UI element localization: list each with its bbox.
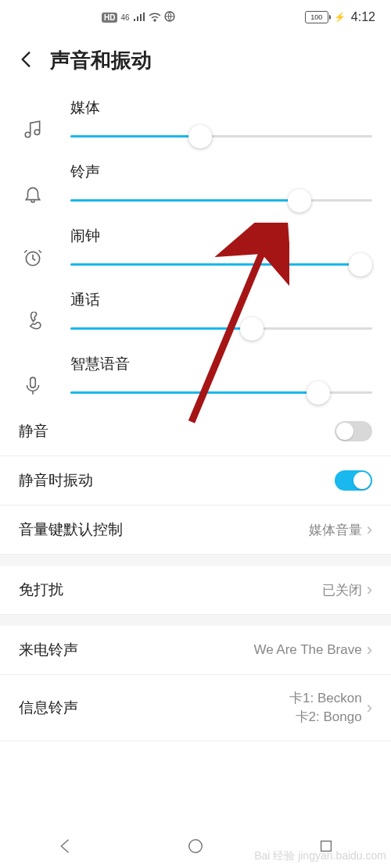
music-note-icon [19,120,47,140]
back-arrow-icon[interactable] [16,49,36,73]
status-bar: HD 46 100 ⚡ 4:12 [0,0,391,34]
chevron-right-icon: › [367,640,372,660]
slider-label: 媒体 [70,98,372,118]
nav-home-icon[interactable] [187,838,204,858]
alarm-clock-icon [19,248,47,268]
svg-point-4 [189,840,203,853]
setting-label: 音量键默认控制 [19,520,123,540]
charging-icon: ⚡ [334,12,346,23]
ringtone-row[interactable]: 来电铃声 We Are The Brave › [0,626,391,675]
dnd-row[interactable]: 免打扰 已关闭 › [0,566,391,615]
chevron-right-icon: › [367,520,372,540]
battery-icon: 100 [305,11,328,23]
chevron-right-icon: › [367,698,372,718]
vibrate-on-mute-row[interactable]: 静音时振动 [0,456,391,505]
slider-label: 铃声 [70,162,372,182]
vibrate-on-mute-toggle[interactable] [335,470,372,491]
slider-row-ringtone: 铃声 [0,151,391,215]
setting-value: We Are The Brave [253,642,361,658]
network-indicator: 46 [120,13,129,22]
setting-value: 媒体音量 [309,521,362,539]
svg-rect-2 [30,377,36,388]
page-header: 声音和振动 [0,34,391,80]
media-slider[interactable] [70,135,372,138]
slider-row-voice: 智慧语音 [0,343,391,407]
section-divider [0,555,391,566]
alarm-slider[interactable] [70,263,372,266]
globe-icon [164,11,175,24]
nav-back-icon[interactable] [56,838,74,858]
mute-row[interactable]: 静音 [0,407,391,456]
phone-icon [19,312,47,332]
section-divider [0,615,391,626]
slider-label: 闹钟 [70,226,372,246]
setting-label: 免打扰 [19,580,63,600]
volume-sliders: 媒体 铃声 闹钟 [0,80,391,407]
setting-label: 静音时振动 [19,470,93,491]
setting-value-line1: 卡1: Beckon [289,689,362,708]
page-title: 声音和振动 [50,47,152,74]
volume-key-row[interactable]: 音量键默认控制 媒体音量 › [0,505,391,555]
wifi-icon [149,11,161,24]
microphone-icon [19,376,47,396]
setting-value-line2: 卡2: Bongo [289,708,362,727]
status-time: 4:12 [351,10,375,24]
voice-slider[interactable] [70,391,372,394]
slider-row-call: 通话 [0,279,391,343]
setting-label: 信息铃声 [19,698,78,718]
setting-label: 静音 [19,421,48,441]
mute-toggle[interactable] [335,421,372,441]
watermark: Bai 经验 jingyan.baidu.com [254,849,386,863]
slider-row-alarm: 闹钟 [0,215,391,279]
bell-icon [19,184,47,204]
slider-label: 智慧语音 [70,354,372,374]
message-tone-row[interactable]: 信息铃声 卡1: Beckon 卡2: Bongo › [0,675,391,741]
call-slider[interactable] [70,327,372,330]
setting-value: 已关闭 [322,581,362,599]
hd-badge: HD [102,13,117,23]
ringtone-slider[interactable] [70,199,372,202]
slider-label: 通话 [70,290,372,310]
slider-row-media: 媒体 [0,87,391,151]
setting-label: 来电铃声 [19,640,78,660]
signal-icon [133,11,145,24]
chevron-right-icon: › [367,580,372,600]
